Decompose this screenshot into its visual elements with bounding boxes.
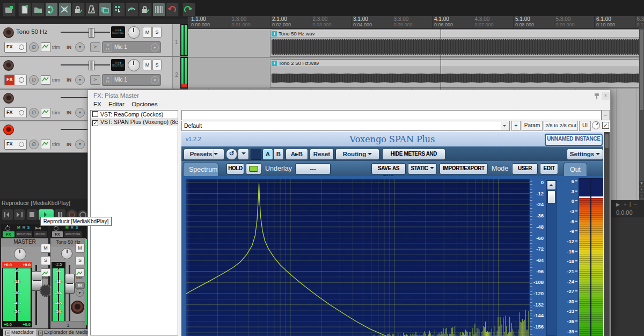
tab-out[interactable]: Out <box>564 163 587 177</box>
tono-solo-button[interactable]: S <box>75 256 85 265</box>
settings-button[interactable]: Settings <box>567 149 603 160</box>
envelope-edit-icon[interactable] <box>58 3 71 17</box>
routing-button[interactable]: ●●●ROUTING <box>111 26 125 38</box>
reset-button[interactable]: Reset <box>310 149 334 160</box>
tab-close-icon[interactable]: x <box>5 331 10 335</box>
routing-button[interactable]: ●●●ROUTING <box>111 59 125 71</box>
preset-add-button[interactable]: + <box>511 121 521 131</box>
undo-button[interactable]: ↺ <box>226 149 237 160</box>
envelope-button[interactable] <box>41 42 51 52</box>
user-mode-button[interactable]: USER <box>512 163 538 174</box>
lock-check-icon[interactable] <box>72 3 85 17</box>
menu-fx[interactable]: FX <box>93 101 101 107</box>
scrollbar-thumb[interactable] <box>640 30 643 110</box>
plugin-vscrollbar[interactable] <box>604 132 610 336</box>
envelope-button[interactable] <box>41 140 51 149</box>
tono-input-arrow[interactable]: ▼ <box>76 289 84 297</box>
envelope-button[interactable] <box>41 108 51 118</box>
record-arm-button[interactable] <box>3 125 14 135</box>
ab-a-button[interactable]: A <box>262 149 273 160</box>
tab-close-icon[interactable]: x <box>38 331 43 335</box>
tab-explorador[interactable]: xExplorador de Media <box>36 329 91 336</box>
import-export-button[interactable]: IMPORT/EXPORT <box>440 163 488 174</box>
input-arrow-icon[interactable]: ▼ <box>75 75 85 85</box>
power-icon[interactable] <box>19 110 24 115</box>
master-clip-readout[interactable]: +0.0+0.0 <box>2 262 32 268</box>
power-icon[interactable] <box>19 77 24 83</box>
ui-button[interactable]: UI <box>579 121 591 131</box>
input-arrow-icon[interactable]: ▼ <box>75 140 85 149</box>
fx-button[interactable]: FX <box>4 139 27 150</box>
scroll-down-icon[interactable]: ▼ <box>639 181 644 186</box>
phase-button[interactable]: ∅ <box>29 140 39 149</box>
spectrum-led-button[interactable] <box>246 163 261 174</box>
slider-handle[interactable] <box>89 61 94 70</box>
tono-pan-knob[interactable] <box>61 248 72 259</box>
track-panel-1[interactable]: Tono 50 Hz●●●ROUTINGMSFX∅trimIN▼≻INFXMic… <box>0 24 188 57</box>
rate-plus-icon[interactable]: + <box>624 202 626 207</box>
zoom-in-icon[interactable]: + <box>639 187 644 192</box>
spectrum-scrollbar[interactable] <box>546 180 557 336</box>
ab-color-swatch[interactable] <box>251 149 261 160</box>
power-icon[interactable] <box>5 226 10 231</box>
fx-button[interactable]: FX <box>4 107 27 118</box>
routing-button[interactable]: Routing <box>335 149 379 160</box>
hold-button[interactable]: HOLD <box>226 163 244 174</box>
track-name[interactable]: Tono 50 Hz <box>16 28 47 35</box>
phase-button[interactable]: ∅ <box>29 42 39 52</box>
fx-button[interactable]: FX <box>4 42 27 53</box>
input-chip[interactable]: INFXMic 1▼ <box>102 74 161 86</box>
tono-mute-button[interactable]: M <box>75 244 85 253</box>
fx-enable-checkbox[interactable]: ✓ <box>602 122 609 129</box>
pin-icon[interactable] <box>594 93 600 99</box>
media-item-tono2-50[interactable]: iTono 2 50 Hz.wav <box>270 59 644 87</box>
envelope-nodes-icon[interactable] <box>126 3 138 17</box>
mute-button[interactable]: M <box>143 27 152 38</box>
grid-bars-icon[interactable] <box>152 3 165 17</box>
more-button[interactable]: ... <box>602 110 610 120</box>
record-arm-button[interactable] <box>3 93 14 104</box>
monitor-button[interactable]: ≻ <box>90 42 100 52</box>
undo-icon[interactable] <box>166 3 179 17</box>
menu-editar[interactable]: Editar <box>108 101 125 107</box>
master-routing-button[interactable]: ROUTING <box>16 231 32 237</box>
static-button[interactable]: STATIC <box>408 163 437 174</box>
tono-routing-button[interactable]: ROUTING <box>64 231 82 237</box>
hide-meters-button[interactable]: HIDE METERS AND STATS <box>382 149 445 160</box>
volume-slider[interactable] <box>61 64 110 65</box>
arrange-vscrollbar[interactable]: ▼ + - <box>639 28 644 200</box>
fx-chain-item[interactable]: ✓VST: SPAN Plus (Voxengo) (8ch) <box>91 118 178 126</box>
record-arm-button[interactable] <box>3 27 14 38</box>
fx-enabled-checkbox[interactable] <box>92 111 98 117</box>
spectrum-plot[interactable] <box>186 179 530 336</box>
slider-handle[interactable] <box>89 28 94 38</box>
tono-fader[interactable] <box>65 274 75 294</box>
master-env-button[interactable] <box>41 268 50 276</box>
media-item-copy-icon[interactable] <box>99 3 112 17</box>
master-mono-button[interactable]: MONO <box>34 231 47 237</box>
solo-button[interactable]: S <box>152 27 162 38</box>
fx-chain-item[interactable]: VST: ReaComp (Cockos) <box>91 111 178 118</box>
pan-knob[interactable] <box>128 26 140 39</box>
grid-touch-icon[interactable] <box>112 3 125 17</box>
input-arrow-icon[interactable]: ▼ <box>75 108 85 118</box>
scrollbar-thumb[interactable] <box>547 191 555 203</box>
lock-edit-icon[interactable] <box>139 3 152 17</box>
fx-button[interactable]: FX <box>4 75 27 85</box>
record-arm-button[interactable] <box>3 60 14 71</box>
master-mute-button[interactable]: M <box>41 244 50 253</box>
tab-mezclador[interactable]: xMezclador <box>3 329 36 336</box>
instance-name-button[interactable]: UNNAMED INSTANCE <box>545 134 603 146</box>
master-meter[interactable]: +0.0+0.0 +0.0+0.0 -6--18--30--42--54- <box>2 262 32 327</box>
pan-knob[interactable] <box>128 59 140 71</box>
mute-button[interactable]: M <box>143 60 152 70</box>
timeline-ruler[interactable]: 1.1.000:00.0001.3.000:01.0002.1.000:02.0… <box>188 16 644 29</box>
menu-opciones[interactable]: Opciones <box>131 101 158 107</box>
power-icon[interactable] <box>19 142 24 147</box>
ab-b-button[interactable]: B <box>273 149 284 160</box>
scrollbar-thumb[interactable] <box>605 134 609 148</box>
wet-dry-knob[interactable] <box>592 121 600 129</box>
media-item-header[interactable]: iTono 50 Hz.wav <box>270 30 643 38</box>
power-icon[interactable] <box>19 45 24 50</box>
folder-sync-icon[interactable] <box>32 3 45 17</box>
